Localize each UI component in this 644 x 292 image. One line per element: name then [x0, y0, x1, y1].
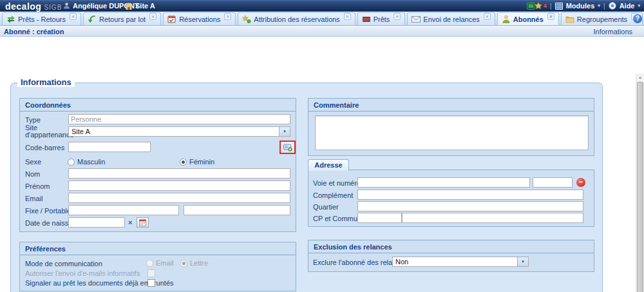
reminders-icon [412, 15, 421, 24]
remove-address-icon[interactable]: − [576, 178, 585, 187]
exclure-relances-value: Non [393, 257, 517, 266]
nom-field[interactable] [68, 168, 290, 179]
coordonnees-header: Coordonnées [20, 99, 296, 112]
preferences-header: Préférences [20, 242, 296, 255]
tab-label: Attribution des réservations [254, 15, 339, 23]
help-icon[interactable]: ? [633, 14, 642, 23]
radio-masculin[interactable] [68, 159, 75, 166]
prenom-label: Prénom [25, 182, 50, 190]
close-tab-icon[interactable]: × [344, 13, 351, 20]
groups-icon [565, 15, 574, 24]
aide-menu[interactable]: Aide [620, 2, 635, 10]
reservation-assignment-icon [242, 15, 251, 24]
vertical-scrollbar[interactable]: ▲ ▼ [636, 73, 644, 292]
email-field[interactable] [68, 193, 290, 203]
tab-regroupements[interactable]: Regroupements × [561, 12, 643, 25]
tab-label: Abonnés [513, 15, 544, 23]
tab-label: Envoi de relances [423, 15, 479, 23]
fieldset-legend: Informations [17, 77, 75, 87]
modules-grid-icon [555, 3, 563, 10]
complement-field[interactable] [357, 190, 583, 200]
quartier-field[interactable] [357, 201, 583, 211]
favorites-star-icon[interactable] [535, 2, 542, 10]
separator: | [550, 2, 552, 10]
generate-barcode-button[interactable] [279, 141, 296, 154]
quartier-label: Quartier [313, 203, 339, 211]
loan-return-icon [6, 15, 15, 24]
voie-field[interactable] [357, 177, 530, 188]
type-field [68, 114, 290, 124]
tab-label: Prêts [374, 15, 390, 23]
tab-reservations[interactable]: Réservations × [163, 12, 236, 25]
fixe-portable-label: Fixe / Portable [25, 207, 71, 215]
radio-email [146, 260, 153, 267]
close-tab-icon[interactable]: × [393, 13, 401, 20]
voie-numero-label: Voie et numéro [313, 179, 361, 187]
tab-adresse[interactable]: Adresse [308, 159, 349, 171]
modules-menu[interactable]: Modules [566, 2, 595, 10]
radio-email-label: Email [156, 259, 174, 267]
mode-communication-label: Mode de communication [25, 260, 102, 268]
decalog-sigb-window: decalogSIGB Angélique DUPONT Site A 4 | [0, 0, 644, 292]
breadcrumb-context: Informations [593, 28, 632, 35]
chevron-down-icon[interactable]: ▾ [279, 127, 290, 136]
type-label: Type [25, 116, 41, 124]
close-tab-icon[interactable]: × [224, 13, 231, 20]
commentaire-box: Commentaire [308, 98, 594, 156]
favorites-count-badge: 4 [544, 3, 547, 9]
info-icon [609, 2, 616, 10]
nom-label: Nom [25, 170, 40, 178]
radio-masculin-label: Masculin [77, 158, 105, 166]
tab-label: Regroupements [577, 15, 627, 23]
close-tab-icon[interactable]: × [70, 13, 77, 20]
tab-prets-retours[interactable]: Prêts - Retours × [2, 12, 81, 25]
commentaire-field[interactable] [315, 115, 589, 150]
complement-label: Complément [313, 191, 353, 199]
site-name: Site A [135, 2, 155, 10]
code-barres-field[interactable] [68, 142, 151, 152]
cp-field[interactable] [357, 213, 402, 223]
exclusion-header: Exclusion des relances [308, 240, 594, 253]
chevron-down-icon[interactable]: ▾ [517, 257, 528, 266]
breadcrumb: Abonné : création Informations [0, 26, 644, 37]
portable-field[interactable] [184, 205, 290, 215]
module-tabbar: Prêts - Retours × Retours par lot × Rése… [0, 12, 644, 26]
tab-strip: Prêts - Retours × Retours par lot × Rése… [2, 12, 644, 25]
logo-text: decalog [5, 1, 41, 12]
numero-field[interactable] [533, 177, 573, 188]
radio-lettre-label: Lettre [190, 259, 208, 267]
date-naissance-field[interactable] [68, 217, 125, 228]
chevron-down-icon: ▾ [638, 3, 640, 8]
page-title: Abonné : création [4, 28, 64, 35]
calendar-icon [139, 219, 146, 226]
site-appartenance-select[interactable]: Site A ▾ [68, 126, 290, 137]
separator: | [603, 2, 605, 10]
fixe-field[interactable] [68, 205, 179, 215]
prenom-field[interactable] [68, 180, 290, 191]
tab-attribution-reservations[interactable]: Attribution des réservations × [238, 12, 355, 25]
signaler-pret-checkbox[interactable] [147, 279, 155, 287]
calendar-picker-button[interactable] [137, 217, 149, 228]
close-tab-icon[interactable]: × [484, 13, 491, 20]
close-tab-icon[interactable]: × [149, 13, 156, 20]
clear-date-icon[interactable]: × [128, 219, 132, 226]
app-logo: decalogSIGB [5, 1, 62, 12]
code-barres-label: Code-barres [25, 144, 64, 151]
radio-feminin-label: Féminin [189, 158, 214, 166]
exclure-relances-select[interactable]: Non ▾ [392, 257, 529, 267]
tab-abonnes[interactable]: Abonnés × [497, 12, 559, 25]
tab-envoi-relances[interactable]: Envoi de relances × [407, 12, 495, 25]
card-add-icon [283, 144, 292, 151]
batch-return-icon [88, 15, 97, 24]
current-site: Site A [125, 2, 155, 10]
tab-prets[interactable]: Prêts × [357, 12, 406, 25]
tab-retours-par-lot[interactable]: Retours par lot × [83, 12, 161, 25]
close-tab-icon[interactable]: × [547, 13, 554, 20]
scroll-up-icon[interactable]: ▲ [636, 73, 644, 81]
main-content: Informations Coordonnées Type Site d'app… [0, 37, 644, 292]
scrollbar-thumb[interactable] [637, 82, 643, 292]
sexe-label: Sexe [25, 158, 41, 166]
radio-feminin[interactable] [180, 159, 187, 166]
topbar: decalogSIGB Angélique DUPONT Site A 4 | [0, 0, 644, 12]
commune-field[interactable] [402, 213, 583, 223]
